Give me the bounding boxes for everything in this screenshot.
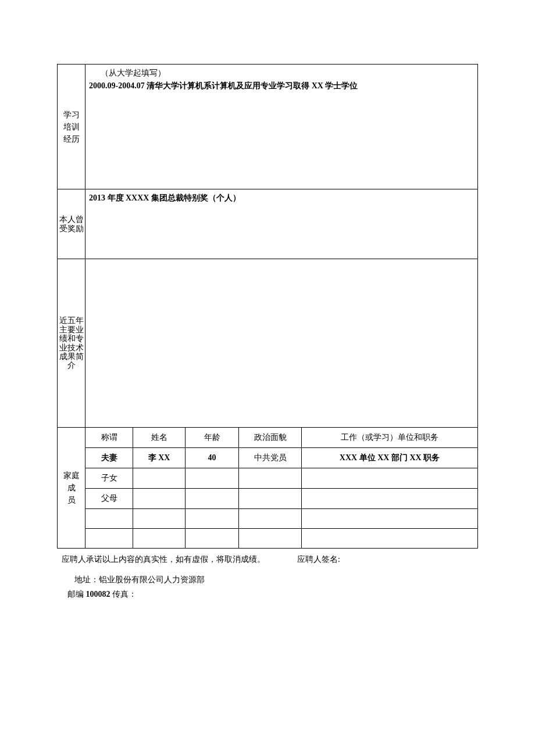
family-cell-name — [133, 489, 186, 509]
award-label: 本人曾受奖励 — [58, 189, 85, 259]
family-cell-work — [302, 529, 478, 549]
achievement-row: 近五年主要业绩和专业技术成果简介 — [58, 259, 478, 428]
family-cell-relation: 子女 — [85, 468, 133, 489]
education-label-1: 学习 — [59, 109, 84, 121]
education-label-3: 经历 — [59, 133, 84, 145]
family-cell-relation — [85, 529, 133, 549]
family-header-relation: 称谓 — [85, 428, 133, 448]
family-row-0: 夫妻 李 XX 40 中共党员 XXX 单位 XX 部门 XX 职务 — [58, 448, 478, 468]
achievement-content — [85, 259, 478, 428]
family-cell-age: 40 — [186, 448, 239, 468]
family-cell-political — [239, 489, 302, 509]
family-cell-name — [133, 509, 186, 529]
postal-code: 100082 — [86, 590, 110, 599]
family-cell-relation: 父母 — [85, 489, 133, 509]
family-cell-name: 李 XX — [133, 448, 186, 468]
footer-promise-line: 应聘人承诺以上内容的真实性，如有虚假，将取消成绩。 应聘人签名: — [57, 552, 478, 567]
family-header-political: 政治面貌 — [239, 428, 302, 448]
family-cell-name — [133, 529, 186, 549]
family-cell-age — [186, 509, 239, 529]
family-cell-age — [186, 489, 239, 509]
postal-prefix: 邮编 — [67, 590, 84, 599]
education-label-2: 培训 — [59, 121, 84, 133]
family-cell-age — [186, 468, 239, 489]
family-cell-name — [133, 468, 186, 489]
family-cell-age — [186, 529, 239, 549]
education-content: （从大学起填写） 2000.09-2004.07 清华大学计算机系计算机及应用专… — [85, 65, 478, 189]
family-cell-political: 中共党员 — [239, 448, 302, 468]
family-cell-political — [239, 509, 302, 529]
signature-label: 应聘人签名: — [297, 555, 340, 564]
family-label-2: 员 — [60, 494, 83, 506]
family-cell-relation — [85, 509, 133, 529]
family-row-1: 子女 — [58, 468, 478, 489]
education-entry: 2000.09-2004.07 清华大学计算机系计算机及应用专业学习取得 XX … — [89, 80, 474, 92]
resume-table: 学习 培训 经历 （从大学起填写） 2000.09-2004.07 清华大学计算… — [57, 64, 478, 549]
family-row-4 — [58, 529, 478, 549]
family-cell-political — [239, 468, 302, 489]
family-label-cell: 家庭成 员 — [58, 428, 85, 549]
family-header-age: 年龄 — [186, 428, 239, 448]
promise-text: 应聘人承诺以上内容的真实性，如有虚假，将取消成绩。 — [62, 555, 265, 564]
family-cell-work — [302, 489, 478, 509]
footer-postal-line: 邮编 100082 传真： — [57, 587, 478, 601]
education-note: （从大学起填写） — [89, 67, 474, 80]
achievement-label: 近五年主要业绩和专业技术成果简介 — [58, 259, 85, 428]
family-cell-political — [239, 529, 302, 549]
family-row-3 — [58, 509, 478, 529]
family-label-1: 家庭成 — [60, 470, 83, 494]
family-row-2: 父母 — [58, 489, 478, 509]
education-row: 学习 培训 经历 （从大学起填写） 2000.09-2004.07 清华大学计算… — [58, 65, 478, 189]
family-header-row: 家庭成 员 称谓 姓名 年龄 政治面貌 工作（或学习）单位和职务 — [58, 428, 478, 448]
education-label-cell: 学习 培训 经历 — [58, 65, 85, 189]
award-content: 2013 年度 XXXX 集团总裁特别奖（个人） — [85, 189, 478, 259]
family-cell-relation: 夫妻 — [85, 448, 133, 468]
family-cell-work — [302, 468, 478, 489]
award-row: 本人曾受奖励 2013 年度 XXXX 集团总裁特别奖（个人） — [58, 189, 478, 259]
family-header-name: 姓名 — [133, 428, 186, 448]
family-cell-work — [302, 509, 478, 529]
family-cell-work: XXX 单位 XX 部门 XX 职务 — [302, 448, 478, 468]
footer-address: 地址：铝业股份有限公司人力资源部 — [57, 572, 478, 587]
fax-label: 传真： — [112, 590, 137, 599]
family-header-work: 工作（或学习）单位和职务 — [302, 428, 478, 448]
